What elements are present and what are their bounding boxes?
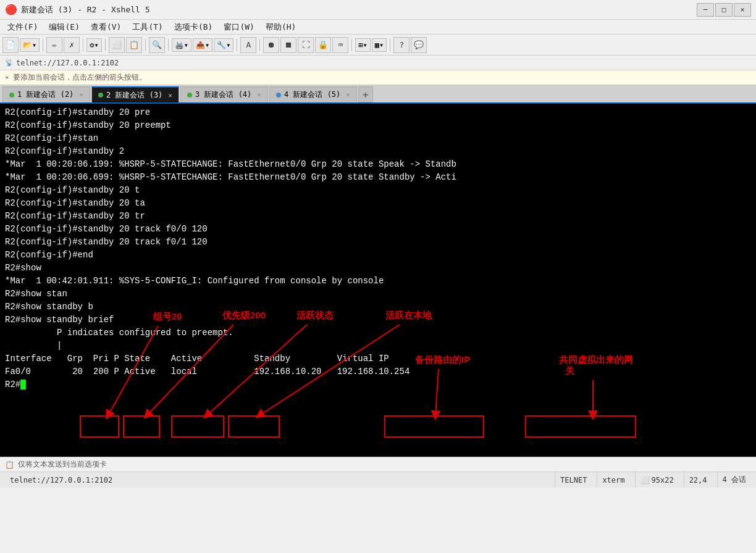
term-line-1: R2(config-if)#standby 20 pre: [5, 106, 751, 119]
new-session-button[interactable]: 📄: [2, 37, 19, 53]
infobar: ➤ 要添加当前会话，点击左侧的箭头按钮。: [0, 70, 756, 85]
svg-rect-4: [385, 416, 484, 437]
tab-1[interactable]: 1 新建会话 (2) ✕: [2, 86, 90, 102]
menu-window[interactable]: 窗口(W): [219, 20, 259, 34]
terminal[interactable]: R2(config-if)#standby 20 pre R2(config-i…: [0, 104, 756, 457]
script-dropdown[interactable]: 🔧▾: [214, 38, 233, 52]
term-line-7: R2(config-if)#standby 20 t: [5, 184, 751, 197]
term-line-17: R2#show standby brief: [5, 314, 751, 326]
lock-button[interactable]: 🔒: [315, 37, 331, 53]
zoom-dropdown[interactable]: ⊞▾: [355, 38, 370, 52]
status-position: 22,4: [684, 472, 712, 488]
term-line-18: P indicates configured to preempt.: [5, 326, 751, 339]
tab-close-3[interactable]: ✕: [257, 91, 261, 99]
fullscreen-button[interactable]: ⛶: [298, 37, 314, 53]
toolbar: 📄 📂▾ ✏️ ✗ ⚙️▾ ⬜ 📋 🔍 🖨️▾ 📤▾ 🔧▾ A ⏺ ⏹ ⛶ 🔒 …: [0, 35, 756, 56]
stop-button[interactable]: ⏹: [280, 37, 296, 53]
toolbar-separator-4: [145, 39, 146, 51]
term-line-19: |: [5, 339, 751, 352]
svg-rect-1: [124, 416, 159, 437]
term-line-13: R2#show: [5, 262, 751, 275]
maximize-button[interactable]: □: [715, 3, 733, 17]
tab-close-4[interactable]: ✕: [346, 91, 350, 99]
paste-button[interactable]: 📋: [126, 37, 142, 53]
term-line-5: *Mar 1 00:20:06.199: %HSRP-5-STATECHANGE…: [5, 158, 751, 171]
help-button[interactable]: ?: [393, 37, 410, 53]
svg-rect-3: [229, 416, 279, 437]
term-line-21: Fa0/0 20 200 P Active local 192.168.10.2…: [5, 365, 751, 378]
window-title: 新建会话 (3) - R2 - Xshell 5: [21, 4, 697, 15]
menu-help[interactable]: 帮助(H): [261, 20, 301, 34]
status-protocol: TELNET: [555, 472, 592, 488]
term-line-16: R2#show standby b: [5, 301, 751, 314]
tab-4[interactable]: 4 新建会话 (5) ✕: [269, 86, 357, 102]
font-button[interactable]: A: [240, 37, 256, 53]
copy-button[interactable]: ⬜: [109, 37, 125, 53]
toolbar-separator-5: [168, 39, 169, 51]
print-dropdown[interactable]: 🖨️▾: [172, 38, 191, 52]
term-line-22: R2#: [5, 378, 751, 391]
term-line-8: R2(config-if)#standby 20 ta: [5, 197, 751, 210]
tab-label-2: 2 新建会话 (3): [106, 90, 162, 101]
menu-tabs[interactable]: 选项卡(B): [169, 20, 217, 34]
close-button[interactable]: ✕: [734, 3, 751, 17]
toolbar-separator-2: [83, 39, 83, 51]
tab-2[interactable]: 2 新建会话 (3) ✕: [91, 86, 179, 102]
tab-3[interactable]: 3 新建会话 (4) ✕: [180, 86, 268, 102]
status-address: telnet://127.0.0.1:2102: [5, 472, 117, 488]
term-line-9: R2(config-if)#standby 20 tr: [5, 210, 751, 223]
tab-dot-2: [98, 93, 103, 98]
toolbar-separator-3: [105, 39, 106, 51]
term-line-11: R2(config-if)#standby 20 track f0/1 120: [5, 236, 751, 249]
statusbar: telnet://127.0.0.1:2102 TELNET xterm ⬜ 9…: [0, 472, 756, 488]
addressbar: 📡 telnet://127.0.0.1:2102: [0, 56, 756, 70]
edit-button[interactable]: ✏️: [46, 37, 62, 53]
transfer-dropdown[interactable]: 📤▾: [193, 38, 212, 52]
new-tab-button[interactable]: +: [358, 86, 373, 102]
infobar-text: 要添加当前会话，点击左侧的箭头按钮。: [13, 72, 146, 83]
toolbar-separator-9: [390, 39, 390, 51]
clear-button[interactable]: ✗: [64, 37, 80, 53]
layout-dropdown[interactable]: ▦▾: [372, 38, 387, 52]
find-button[interactable]: 🔍: [149, 37, 165, 53]
menu-view[interactable]: 查看(V): [86, 20, 126, 34]
svg-rect-0: [80, 416, 119, 437]
term-line-10: R2(config-if)#standby 20 track f0/0 120: [5, 223, 751, 236]
toolbar-separator-8: [351, 39, 352, 51]
status-size-icon: ⬜: [640, 476, 650, 484]
term-line-2: R2(config-if)#standby 20 preempt: [5, 119, 751, 132]
chat-button[interactable]: 💬: [411, 37, 427, 53]
address-icon: 📡: [5, 59, 14, 67]
menu-file[interactable]: 文件(F): [2, 20, 43, 34]
bottombar-text: 仅将文本发送到当前选项卡: [18, 459, 107, 470]
info-icon: ➤: [5, 73, 9, 82]
svg-rect-2: [172, 416, 224, 437]
tabbar: 1 新建会话 (2) ✕ 2 新建会话 (3) ✕ 3 新建会话 (4) ✕ 4…: [0, 85, 756, 104]
app-icon: 🔴: [5, 4, 17, 15]
settings-dropdown[interactable]: ⚙️▾: [86, 38, 101, 52]
tab-dot-3: [187, 93, 192, 98]
tab-dot-4: [276, 93, 281, 98]
address-text: telnet://127.0.0.1:2102: [16, 59, 119, 67]
toolbar-separator-7: [259, 39, 260, 51]
minimize-button[interactable]: ─: [697, 3, 714, 17]
term-line-4: R2(config-if)#standby 2: [5, 145, 751, 158]
tab-label-3: 3 新建会话 (4): [195, 89, 251, 100]
titlebar: 🔴 新建会话 (3) - R2 - Xshell 5 ─ □ ✕: [0, 0, 756, 20]
menu-edit[interactable]: 编辑(E): [44, 20, 84, 34]
menubar: 文件(F) 编辑(E) 查看(V) 工具(T) 选项卡(B) 窗口(W) 帮助(…: [0, 20, 756, 35]
term-line-15: R2#show stan: [5, 288, 751, 301]
open-dropdown[interactable]: 📂▾: [20, 38, 40, 52]
keyboard-button[interactable]: ⌨️: [332, 37, 348, 53]
tab-close-1[interactable]: ✕: [79, 91, 83, 99]
term-line-14: *Mar 1 00:42:01.911: %SYS-5-CONFIG_I: Co…: [5, 275, 751, 288]
toolbar-separator-1: [43, 39, 43, 51]
svg-rect-5: [526, 416, 636, 437]
menu-tools[interactable]: 工具(T): [127, 20, 167, 34]
term-line-6: *Mar 1 00:20:06.699: %HSRP-5-STATECHANGE…: [5, 171, 751, 184]
tab-close-2[interactable]: ✕: [168, 91, 172, 99]
record-button[interactable]: ⏺: [263, 37, 279, 53]
tab-label-4: 4 新建会话 (5): [284, 89, 340, 100]
window-controls: ─ □ ✕: [697, 3, 751, 17]
bottombar-icon: 📋: [5, 460, 14, 469]
